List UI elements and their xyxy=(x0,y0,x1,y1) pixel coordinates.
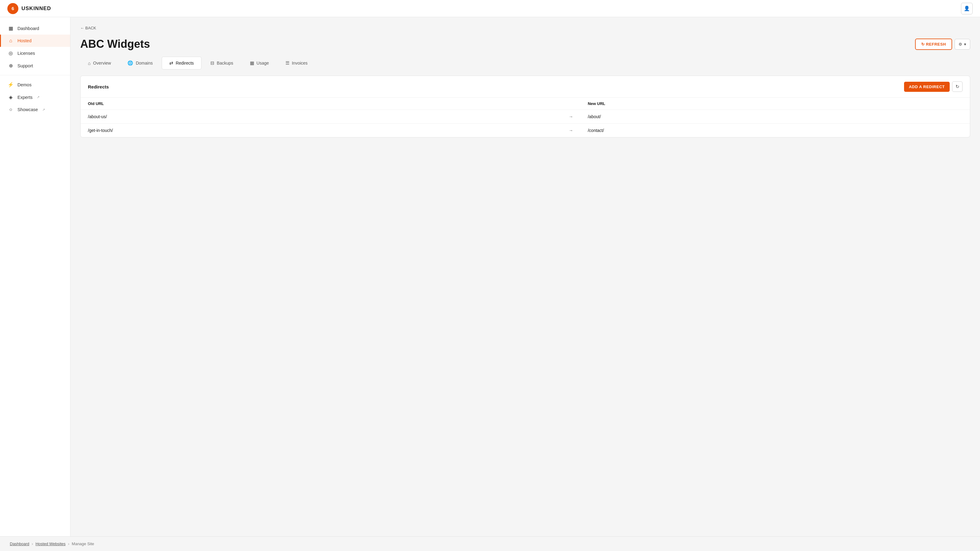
user-icon: 👤 xyxy=(964,5,970,11)
dashboard-icon: ▦ xyxy=(8,25,14,31)
chevron-down-icon: ▾ xyxy=(964,42,966,46)
tab-label: Redirects xyxy=(176,60,194,65)
showcase-icon: ○ xyxy=(8,107,14,112)
page-title: ABC Widgets xyxy=(80,38,150,51)
arrow-cell: → xyxy=(562,110,580,124)
hosted-icon: ⌂ xyxy=(8,38,14,43)
redirects-tab-icon: ⇄ xyxy=(169,60,173,66)
sidebar-item-demos[interactable]: ⚡ Demos xyxy=(0,78,70,91)
overview-tab-icon: ⌂ xyxy=(88,60,91,66)
sidebar-item-dashboard[interactable]: ▦ Dashboard xyxy=(0,22,70,35)
tab-label: Overview xyxy=(93,60,111,65)
tab-label: Domains xyxy=(136,60,153,65)
breadcrumb-sep-1: › xyxy=(32,541,33,546)
tab-label: Backups xyxy=(217,60,233,65)
tab-usage[interactable]: ▦ Usage xyxy=(242,57,277,70)
experts-icon: ◈ xyxy=(8,94,14,100)
breadcrumb-dashboard[interactable]: Dashboard xyxy=(10,541,29,546)
tab-invoices[interactable]: ☰ Invoices xyxy=(278,57,315,70)
usage-tab-icon: ▦ xyxy=(250,60,254,66)
sidebar-divider xyxy=(0,75,70,75)
external-link-icon: ↗ xyxy=(37,95,40,99)
breadcrumb: Dashboard › Hosted Websites › Manage Sit… xyxy=(10,541,970,546)
col-old-url: Old URL xyxy=(81,98,562,110)
logo-area: 6 USKINNED xyxy=(7,3,51,14)
breadcrumb-hosted-websites[interactable]: Hosted Websites xyxy=(35,541,65,546)
back-link[interactable]: ← BACK xyxy=(80,26,970,30)
sidebar: ▦ Dashboard ⌂ Hosted ◎ Licenses ⊕ Suppor… xyxy=(0,17,70,536)
card-header: Redirects ADD A REDIRECT ↻ xyxy=(81,76,970,98)
arrow-cell: → xyxy=(562,124,580,137)
sidebar-item-label: Support xyxy=(18,64,33,68)
backups-tab-icon: ⊟ xyxy=(210,60,215,66)
settings-icon: ⚙ xyxy=(959,42,962,46)
card-title: Redirects xyxy=(88,84,109,89)
logo-text: USKINNED xyxy=(21,5,51,12)
sidebar-item-showcase[interactable]: ○ Showcase ↗ xyxy=(0,103,70,116)
tabs-bar: ⌂ Overview 🌐 Domains ⇄ Redirects ⊟ Backu… xyxy=(80,57,970,70)
topnav: 6 USKINNED 👤 xyxy=(0,0,980,17)
tab-backups[interactable]: ⊟ Backups xyxy=(203,57,241,70)
add-redirect-button[interactable]: ADD A REDIRECT xyxy=(904,82,950,92)
tab-redirects[interactable]: ⇄ Redirects xyxy=(162,57,202,70)
domains-tab-icon: 🌐 xyxy=(127,60,133,66)
main-content: ← BACK ABC Widgets ↻ REFRESH ⚙ ▾ ⌂ Overv… xyxy=(70,17,980,536)
redirects-table: Old URL New URL /about-us/ → /about/ /ge… xyxy=(81,98,970,137)
new-url-cell: /about/ xyxy=(580,110,970,124)
redirects-card: Redirects ADD A REDIRECT ↻ Old URL New U… xyxy=(80,76,970,137)
licenses-icon: ◎ xyxy=(8,50,14,56)
page-header: ABC Widgets ↻ REFRESH ⚙ ▾ xyxy=(80,38,970,51)
table-row: /get-in-touch/ → /contact/ xyxy=(81,124,970,137)
invoices-tab-icon: ☰ xyxy=(285,60,290,66)
tab-label: Usage xyxy=(257,60,269,65)
sidebar-item-label: Showcase xyxy=(18,107,38,112)
logo-icon: 6 xyxy=(7,3,18,14)
breadcrumb-current: Manage Site xyxy=(72,541,94,546)
user-button[interactable]: 👤 xyxy=(961,3,973,14)
tab-overview[interactable]: ⌂ Overview xyxy=(80,57,119,70)
col-new-url: New URL xyxy=(580,98,970,110)
breadcrumb-bar: Dashboard › Hosted Websites › Manage Sit… xyxy=(0,536,980,551)
app-body: ▦ Dashboard ⌂ Hosted ◎ Licenses ⊕ Suppor… xyxy=(0,17,980,536)
breadcrumb-sep-2: › xyxy=(68,541,69,546)
sidebar-item-support[interactable]: ⊕ Support xyxy=(0,59,70,72)
header-actions: ↻ REFRESH ⚙ ▾ xyxy=(915,38,970,50)
sidebar-item-label: Demos xyxy=(18,83,32,87)
demos-icon: ⚡ xyxy=(8,82,14,87)
sidebar-item-label: Licenses xyxy=(18,51,35,56)
sidebar-item-experts[interactable]: ◈ Experts ↗ xyxy=(0,91,70,103)
reload-button[interactable]: ↻ xyxy=(952,81,963,92)
card-actions: ADD A REDIRECT ↻ xyxy=(904,81,963,92)
sidebar-item-label: Hosted xyxy=(18,38,32,43)
old-url-cell: /get-in-touch/ xyxy=(81,124,562,137)
tab-label: Invoices xyxy=(292,60,307,65)
tab-domains[interactable]: 🌐 Domains xyxy=(120,57,160,70)
sidebar-item-label: Dashboard xyxy=(18,26,39,31)
settings-button[interactable]: ⚙ ▾ xyxy=(955,39,970,49)
support-icon: ⊕ xyxy=(8,63,14,68)
external-link-icon-2: ↗ xyxy=(42,108,45,112)
table-row: /about-us/ → /about/ xyxy=(81,110,970,124)
sidebar-item-licenses[interactable]: ◎ Licenses xyxy=(0,47,70,59)
sidebar-item-hosted[interactable]: ⌂ Hosted xyxy=(0,35,70,47)
sidebar-item-label: Experts xyxy=(18,95,32,100)
reload-icon: ↻ xyxy=(956,84,959,89)
refresh-button[interactable]: ↻ REFRESH xyxy=(915,38,952,50)
col-arrow-header xyxy=(562,98,580,110)
new-url-cell: /contact/ xyxy=(580,124,970,137)
old-url-cell: /about-us/ xyxy=(81,110,562,124)
